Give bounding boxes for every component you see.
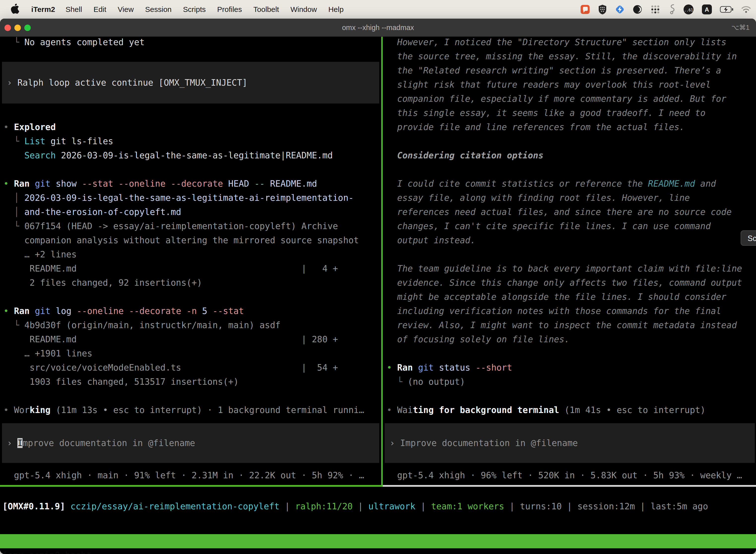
terminal-line: companion analysis without altering the … [3, 233, 381, 247]
terminal-line: • Working (11m 13s • esc to interrupt) ·… [3, 403, 381, 417]
wifi-icon[interactable] [741, 5, 751, 13]
terminal-line: companion file, especially if more comme… [387, 92, 756, 106]
terminal-line: 1903 files changed, 513517 insertions(+) [3, 375, 381, 389]
terminal-line: src/voice/voiceModeEnabled.ts | 54 + [3, 361, 381, 375]
terminal-line: the "Related research writing" section i… [387, 63, 756, 78]
hex-bolt-icon[interactable] [615, 4, 625, 15]
terminal-line: might be acceptable alongside the file l… [387, 290, 756, 304]
menu-scripts[interactable]: Scripts [183, 5, 206, 14]
terminal-line: │ 2026-03-09-is-legal-the-same-as-legiti… [3, 191, 381, 205]
percent-circle-icon[interactable]: ..61 [683, 4, 694, 15]
terminal-line: └ 067f154 (HEAD -> essay/ai-reimplementa… [3, 219, 381, 233]
pane-divider-vertical[interactable] [381, 37, 383, 487]
menu-toolbelt[interactable]: Toolbelt [253, 5, 279, 14]
terminal-line: this single essay, it seems like a good … [387, 106, 756, 120]
terminal-line: • Ran git log --oneline --decorate -n 5 … [3, 304, 381, 318]
dots-grid-icon[interactable] [650, 4, 661, 15]
prompt-input-right[interactable]: › Improve documentation in @filename [385, 423, 755, 463]
svg-text:..61: ..61 [684, 8, 693, 12]
terminal-line: … +1901 lines [3, 346, 381, 361]
terminal-line: └ 4b9d30f (origin/main, instructkr/main,… [3, 318, 381, 332]
menu-bar: iTerm2 ShellEditViewSessionScriptsProfil… [0, 0, 756, 19]
terminal-line: essay file, along with finding root file… [387, 191, 756, 205]
pane-divider-horizontal-active[interactable] [0, 485, 383, 487]
terminal-line: └ (no output) [387, 375, 756, 389]
menu-help[interactable]: Help [328, 5, 344, 14]
window-shortcut: ⌥⌘1 [732, 19, 750, 37]
terminal-line: README.md | 280 + [3, 332, 381, 346]
terminal-line: 2 files changed, 92 insertions(+) [3, 276, 381, 290]
terminal-line: The team guideline is to back every impo… [387, 262, 756, 276]
terminal-line: changes, I can't cite specific file line… [387, 219, 756, 233]
tmux-pane-left[interactable]: › Ralph loop active continue [OMX_TMUX_I… [0, 37, 381, 485]
terminal-line: • Explored [3, 120, 381, 134]
menu-session[interactable]: Session [145, 5, 172, 14]
prompt-input-left[interactable]: › Improve documentation in @filename [2, 423, 379, 463]
terminal-line: the source tree, missing the essay. Stil… [387, 49, 756, 63]
model-status-line: gpt-5.4 xhigh · main · 91% left · 2.31M … [3, 468, 381, 483]
tmux-session-window[interactable]: [omx-cczip0:bash* [2, 548, 91, 554]
terminal-line: I could cite commit statistics or refere… [387, 177, 756, 191]
shield-icon[interactable] [598, 4, 607, 15]
apple-menu-icon[interactable] [10, 4, 20, 15]
menu-shell[interactable]: Shell [65, 5, 82, 14]
ralph-loop-box: › Ralph loop active continue [OMX_TMUX_I… [2, 62, 379, 104]
svg-text:A: A [705, 6, 709, 13]
a-square-icon[interactable]: A [701, 4, 712, 15]
terminal-line: However, I noticed the "Directory Struct… [387, 37, 756, 49]
window-title: omx --xhigh --madmax [0, 19, 756, 37]
omx-status-line: [OMX#0.11.9] cczip/essay/ai-reimplementa… [2, 499, 708, 513]
terminal-line: references need actual files, and since … [387, 205, 756, 219]
terminal-line: review. Also, I might want to inspect th… [387, 318, 756, 332]
terminal-line: Search 2026-03-09-is-legal-the-same-as-l… [3, 149, 381, 163]
iterm2-window: omx --xhigh --madmax ⌥⌘1 › Ralph loop ac… [0, 19, 756, 554]
menu-app-name[interactable]: iTerm2 [31, 5, 55, 14]
terminal-line: └ No agents completed yet [3, 37, 381, 49]
menu-profiles[interactable]: Profiles [217, 5, 242, 14]
window-titlebar[interactable]: omx --xhigh --madmax ⌥⌘1 [0, 19, 756, 37]
terminal-line: • Waiting for background terminal (1m 41… [387, 403, 756, 417]
battery-icon[interactable] [720, 6, 734, 13]
terminal-line: README.md | 4 + [3, 262, 381, 276]
terminal-line: … +2 lines [3, 247, 381, 262]
model-status-line: gpt-5.4 xhigh · 96% left · 520K in · 5.8… [387, 468, 756, 483]
terminal-line: │ and-the-erosion-of-copyleft.md [3, 205, 381, 219]
terminal-line: └ List git ls-files [3, 134, 381, 149]
terminal-line: Considering citation options [387, 149, 756, 163]
terminal-line: • Ran git status --short [387, 361, 756, 375]
terminal-area[interactable]: › Ralph loop active continue [OMX_TMUX_I… [0, 37, 756, 554]
menubar-status-icons: ..61A [580, 4, 756, 15]
s-curve-icon[interactable] [668, 4, 676, 15]
terminal-line: output instead. [387, 233, 756, 247]
tmux-pane-right[interactable]: › Improve documentation in @filename How… [383, 37, 756, 485]
tmux-status-bar: [omx-cczip0:bash* "MacBook-Pro-44.local"… [0, 534, 756, 548]
menu-edit[interactable]: Edit [93, 5, 107, 14]
terminal-line: • Ran git show --stat --oneline --decora… [3, 177, 381, 191]
menu-view[interactable]: View [118, 5, 134, 14]
tooltip-partial: Scre [741, 230, 756, 246]
terminal-line: slight risk that future readers may over… [387, 78, 756, 92]
terminal-line: provide file and line references from th… [387, 120, 756, 134]
terminal-line: evidence. Since this change only affects… [387, 276, 756, 290]
pane-divider-horizontal-inactive[interactable] [383, 485, 756, 487]
terminal-line: including verification notes with those … [387, 304, 756, 318]
chat-bubble-icon[interactable] [580, 4, 590, 15]
crescent-icon[interactable] [632, 4, 642, 14]
menu-items: ShellEditViewSessionScriptsProfilesToolb… [65, 5, 343, 14]
terminal-line: of focusing solely on file lines. [387, 332, 756, 346]
menu-window[interactable]: Window [291, 5, 317, 14]
